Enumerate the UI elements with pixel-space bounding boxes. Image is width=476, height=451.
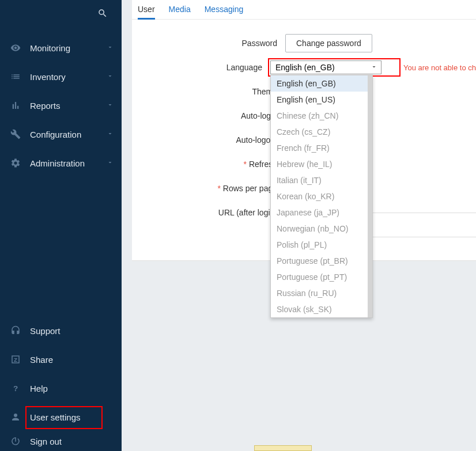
label-rows: *Rows per page [138, 184, 285, 193]
tab-label: User [138, 5, 155, 14]
share-icon: Z [8, 354, 23, 365]
sidebar-search [0, 0, 122, 28]
row-password: Password Change password [132, 31, 476, 55]
language-option: Japanese (ja_JP) [271, 204, 368, 221]
chart-icon [8, 100, 23, 111]
main: User Media Messaging Password Change pas… [122, 0, 476, 451]
label-theme: Theme [138, 87, 285, 96]
nav-label: Configuration [30, 130, 107, 139]
language-option: Russian (ru_RU) [271, 285, 368, 301]
svg-text:Z: Z [14, 357, 17, 363]
language-select-wrapper: English (en_GB) English (en_GB)English (… [270, 60, 381, 74]
power-icon [8, 436, 23, 446]
footer-share[interactable]: Z Share [0, 345, 122, 374]
language-option: Portuguese (pt_PT) [271, 269, 368, 285]
label-language: Language [138, 63, 270, 72]
language-option: Chinese (zh_CN) [271, 108, 368, 124]
label-text: Rows per page [223, 184, 277, 193]
gear-icon [8, 158, 23, 168]
sidebar-nav: Monitoring Inventory Reports Configurati… [0, 28, 122, 177]
row-language: Language English (en_GB) English (en_GB)… [132, 55, 476, 79]
language-option: Korean (ko_KR) [271, 188, 368, 204]
footer-help[interactable]: ? Help [0, 374, 122, 403]
eye-icon [8, 43, 23, 53]
nav-reports[interactable]: Reports [0, 91, 122, 120]
sidebar-footer: Support Z Share ? Help User settings Sig… [0, 316, 122, 451]
tab-media[interactable]: Media [169, 1, 191, 20]
footer-label: User settings [30, 412, 81, 422]
chevron-down-icon [371, 63, 377, 72]
language-option: Norwegian (nb_NO) [271, 221, 368, 237]
nav-inventory[interactable]: Inventory [0, 62, 122, 91]
nav-label: Inventory [30, 72, 107, 82]
nav-administration[interactable]: Administration [0, 149, 122, 177]
help-icon: ? [8, 383, 23, 393]
nav-monitoring[interactable]: Monitoring [0, 33, 122, 62]
nav-label: Administration [30, 158, 107, 168]
chevron-down-icon [107, 158, 114, 168]
dropdown-list: English (en_GB)English (en_US)Chinese (z… [271, 75, 372, 317]
language-option: Portuguese (pt_BR) [271, 253, 368, 269]
language-option: Polish (pl_PL) [271, 237, 368, 253]
tab-label: Media [169, 5, 191, 14]
label-autologout: Auto-logout [138, 135, 285, 145]
chevron-down-icon [107, 101, 114, 110]
user-form: Password Change password Language Englis… [132, 20, 476, 249]
content-panel: User Media Messaging Password Change pas… [132, 0, 476, 261]
list-icon [8, 71, 23, 82]
nav-configuration[interactable]: Configuration [0, 120, 122, 149]
language-option: Czech (cs_CZ) [271, 124, 368, 140]
label-password: Password [138, 39, 285, 48]
chevron-down-icon [107, 43, 114, 52]
language-select[interactable]: English (en_GB) [270, 60, 381, 74]
label-refresh: *Refresh [138, 160, 285, 169]
tabs: User Media Messaging [132, 0, 476, 20]
change-password-button[interactable]: Change password [285, 34, 372, 52]
footer-label: Share [30, 355, 53, 365]
footer-label: Sign out [30, 437, 62, 446]
chevron-down-icon [107, 130, 114, 139]
select-value: English (en_GB) [275, 63, 335, 72]
footer-user-settings[interactable]: User settings [0, 403, 122, 431]
footer-label: Support [30, 326, 61, 336]
tab-messaging[interactable]: Messaging [205, 1, 244, 20]
tab-label: Messaging [205, 5, 244, 14]
footer-support[interactable]: Support [0, 316, 122, 345]
footer-signout[interactable]: Sign out [0, 431, 122, 451]
nav-label: Reports [30, 101, 107, 111]
svg-text:?: ? [13, 384, 18, 393]
language-option: French (fr_FR) [271, 140, 368, 156]
language-dropdown[interactable]: English (en_GB)English (en_US)Chinese (z… [270, 75, 373, 318]
footer-label: Help [30, 384, 48, 393]
yellow-highlight [254, 445, 312, 451]
language-option[interactable]: English (en_GB) [271, 75, 368, 92]
nav-label: Monitoring [30, 43, 107, 53]
headset-icon [8, 325, 23, 336]
user-icon [8, 412, 23, 422]
tab-user[interactable]: User [138, 1, 155, 20]
language-option: Slovak (sk_SK) [271, 301, 368, 317]
search-icon[interactable] [97, 8, 108, 20]
language-warning: You are not able to ch [403, 63, 476, 72]
label-url: URL (after login) [138, 208, 285, 217]
sidebar: Monitoring Inventory Reports Configurati… [0, 0, 122, 451]
label-autologin: Auto-login [138, 111, 285, 120]
language-option: Italian (it_IT) [271, 172, 368, 188]
wrench-icon [8, 129, 23, 139]
language-option: Hebrew (he_IL) [271, 156, 368, 172]
language-option[interactable]: English (en_US) [271, 92, 368, 108]
chevron-down-icon [107, 72, 114, 81]
